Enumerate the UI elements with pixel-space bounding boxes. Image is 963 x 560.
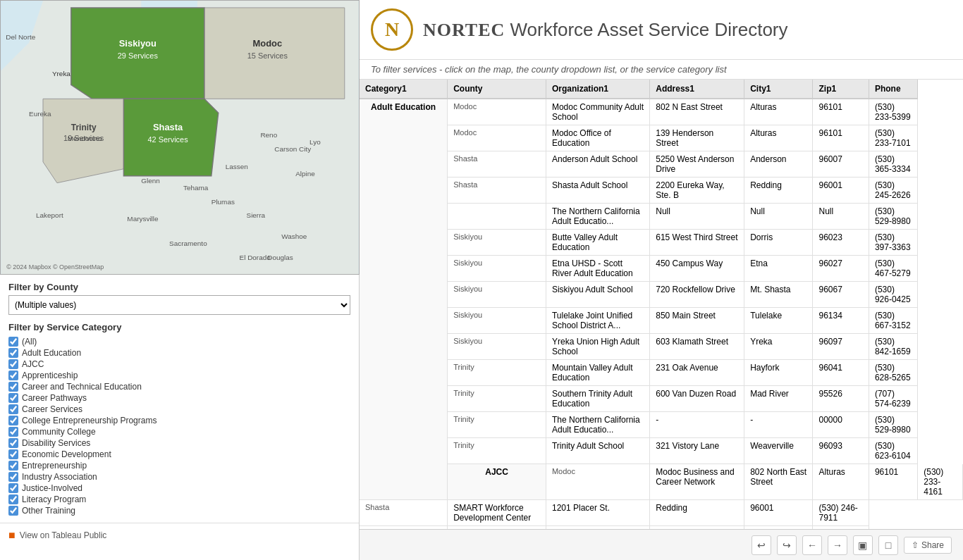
county-cell: Trinity <box>448 438 546 464</box>
category-item[interactable]: Disability Services <box>8 438 350 448</box>
county-cell: Trinity <box>448 386 546 412</box>
back-button[interactable]: ← <box>802 535 822 555</box>
address-cell: 450 Campus Way <box>650 256 744 282</box>
city-cell: Etna <box>744 256 813 282</box>
zip-cell: 96027 <box>813 256 869 282</box>
table-row: AJCCModocModoc Business and Career Netwo… <box>360 464 963 500</box>
category-checkbox[interactable] <box>8 348 18 358</box>
table-container[interactable]: Category1 County Organization1 Address1 … <box>360 80 963 529</box>
zip-cell: 96001 <box>744 499 813 525</box>
phone-cell: (530) 245-2626 <box>869 178 917 204</box>
org-cell: Trinity Adult School <box>546 438 649 464</box>
org-cell: Mountain Valley Adult Education <box>546 360 649 386</box>
category-item[interactable]: Career Pathways <box>8 393 350 403</box>
zip-cell: Null <box>813 204 869 230</box>
table-row: SiskiyouSiskiyou Adult School720 Rockfel… <box>360 282 963 308</box>
category-label: Literacy Program <box>22 494 86 504</box>
table-row: ModocModoc Office of Education139 Hender… <box>360 125 963 151</box>
category-checkbox[interactable] <box>8 506 18 516</box>
fullscreen-button[interactable]: □ <box>878 535 898 555</box>
tableau-footer[interactable]: ■ View on Tableau Public <box>0 523 359 547</box>
delNorte-label: Del Norte <box>6 33 35 41</box>
marysville-label: Marysville <box>127 215 159 223</box>
category-item[interactable]: Other Training <box>8 506 350 516</box>
county-cell <box>448 204 546 230</box>
address-cell: - <box>650 412 744 438</box>
zip-cell: 96101 <box>813 99 869 125</box>
category-checkbox[interactable] <box>8 393 18 403</box>
table-row: TrinityThe Northern California Adult Edu… <box>360 412 963 438</box>
col-category: Category1 <box>360 80 448 99</box>
eldorado-label: El Dorado <box>240 254 271 261</box>
phone-cell: (530) 233-7101 <box>869 125 917 151</box>
category-item[interactable]: (All) <box>8 337 350 347</box>
siskiyou-services: 29 Services <box>118 51 159 60</box>
city-cell: Redding <box>744 178 813 204</box>
zip-cell: 96134 <box>813 308 869 334</box>
view-on-tableau-label[interactable]: View on Tableau Public <box>20 530 107 540</box>
category-item[interactable]: Career and Technical Education <box>8 382 350 392</box>
city-cell: Weaverville <box>744 438 813 464</box>
map-area[interactable]: Modoc 15 Services Siskiyou 29 Services T… <box>0 0 360 275</box>
share-button[interactable]: ⇧ Share <box>904 537 952 554</box>
table-row: TrinityMountain Valley Adult Education23… <box>360 360 963 386</box>
zip-cell: 95526 <box>813 386 869 412</box>
county-cell: Trinity <box>448 360 546 386</box>
category-checkbox[interactable] <box>8 371 18 380</box>
county-dropdown[interactable]: (Multiple values) <box>8 295 350 315</box>
category-label: Industry Association <box>22 472 97 482</box>
phone-cell: (530) 397-3363 <box>869 230 917 256</box>
share-icon: ⇧ <box>912 540 919 550</box>
filter-area: Filter by County (Multiple values) Filte… <box>0 275 359 523</box>
category-item[interactable]: Justice-Involved <box>8 483 350 493</box>
category-label: Adult Education <box>22 348 81 358</box>
category-checkbox[interactable] <box>8 438 18 448</box>
category-item[interactable]: Literacy Program <box>8 494 350 504</box>
category-checkbox[interactable] <box>8 404 18 414</box>
map-svg[interactable]: Modoc 15 Services Siskiyou 29 Services T… <box>1 1 359 274</box>
category-checkbox[interactable] <box>8 337 18 347</box>
category-label: (All) <box>22 337 37 347</box>
city-cell: Anderson <box>744 151 813 178</box>
category-checkbox[interactable] <box>8 382 18 392</box>
eureka-label: Eureka <box>29 110 51 118</box>
category-item[interactable]: College Entrepreneurship Programs <box>8 416 350 425</box>
category-checkbox[interactable] <box>8 416 18 425</box>
glenn-label: Glenn <box>141 177 160 185</box>
header-title: NORTEC Workforce Asset Service Directory <box>423 19 788 41</box>
county-cell: Modoc <box>448 99 546 125</box>
category-item[interactable]: Adult Education <box>8 348 350 358</box>
lyo-label: Lyo <box>309 138 321 146</box>
category-item[interactable]: Career Services <box>8 404 350 414</box>
county-cell: Shasta <box>448 151 546 178</box>
shasta-services: 42 Services <box>148 135 189 144</box>
category-item[interactable]: Apprenticeship <box>8 371 350 380</box>
redo-button[interactable]: ↪ <box>777 535 797 555</box>
category-checkbox[interactable] <box>8 359 18 369</box>
zip-cell: 96023 <box>813 230 869 256</box>
category-label: College Entrepreneurship Programs <box>22 416 157 425</box>
category-item[interactable]: Industry Association <box>8 472 350 482</box>
category-checkbox[interactable] <box>8 472 18 482</box>
device-button[interactable]: ▣ <box>853 535 873 555</box>
table-row: The Northern California Adult Educatio..… <box>360 204 963 230</box>
forward-button[interactable]: → <box>828 535 847 555</box>
category-checkbox[interactable] <box>8 427 18 437</box>
category-label: Career Pathways <box>22 393 87 403</box>
category-item[interactable]: Economic Development <box>8 449 350 459</box>
category-checkbox[interactable] <box>8 483 18 493</box>
category-item[interactable]: AJCC <box>8 359 350 369</box>
city-cell: Mt. Shasta <box>744 282 813 308</box>
address-cell: 802 N East Street <box>650 99 744 125</box>
county-cell: Siskiyou <box>448 282 546 308</box>
undo-button[interactable]: ↩ <box>752 535 771 555</box>
category-item[interactable]: Community College <box>8 427 350 437</box>
category-checkbox[interactable] <box>8 494 18 504</box>
trinity-label: Trinity <box>71 123 97 132</box>
address-cell: 1201 Placer St. <box>546 499 649 525</box>
category-item[interactable]: Entrepreneurship <box>8 461 350 471</box>
category-checkbox[interactable] <box>8 449 18 459</box>
category-checkbox[interactable] <box>8 461 18 471</box>
county-cell: Siskiyou <box>448 334 546 360</box>
logo-circle: N <box>371 8 413 51</box>
